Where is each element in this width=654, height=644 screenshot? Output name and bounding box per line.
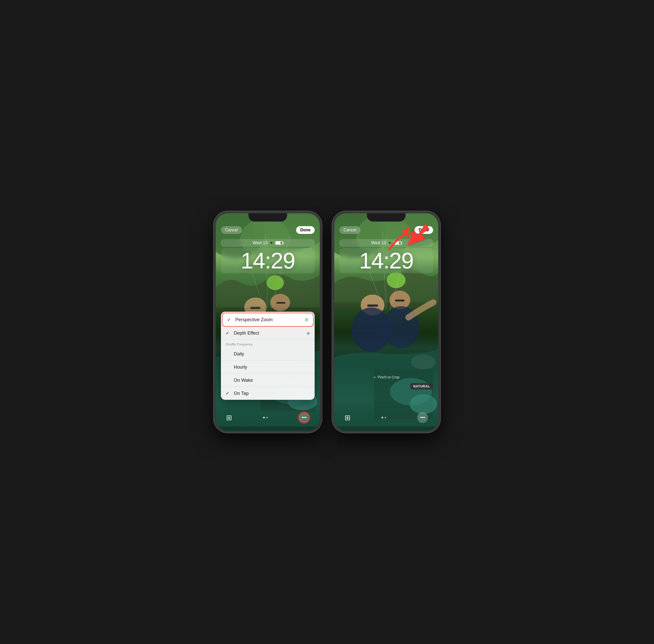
phone1-battery-bar: [275, 241, 283, 245]
phone2-natural-badge: NATURAL: [410, 383, 433, 390]
phone2-lock-screen-ui: Cancel Done Wed 13 ☀ 14:29: [334, 213, 438, 431]
phone1-grid-icon[interactable]: ⊞: [226, 413, 232, 422]
hourly-label: Hourly: [234, 365, 247, 370]
phone2-time-text: 14:29: [341, 249, 432, 272]
perspective-zoom-check: ✓: [227, 317, 232, 323]
phone2-battery-bar: [394, 241, 401, 245]
phones-container: Cancel Done Wed 13 ☀ 14:29: [214, 211, 440, 433]
power-button: [321, 254, 322, 270]
phone1-screen: Cancel Done Wed 13 ☀ 14:29: [216, 213, 320, 431]
perspective-zoom-label: Perspective Zoom: [235, 317, 273, 323]
phone2-date-text: Wed 13: [371, 240, 386, 246]
phone2-pinch-to-crop: ⊹ Pinch to Crop: [373, 375, 400, 379]
phone2-notch: [367, 213, 405, 222]
crop-icon: ⊹: [373, 375, 376, 379]
daily-label: Daily: [234, 351, 244, 357]
phone1-cancel-button[interactable]: Cancel: [221, 226, 242, 234]
on-tap-label: On Tap: [234, 391, 249, 396]
mute-switch: [214, 239, 214, 246]
phone2-grid-icon[interactable]: ⊞: [345, 413, 350, 422]
phone2-bottom-bar: ⊞ •••: [334, 408, 438, 431]
on-wake-label: On Wake: [234, 378, 253, 383]
phone2-mute-switch: [332, 239, 333, 246]
phone1-dots: [263, 417, 268, 418]
phone1-menu-daily[interactable]: ✓ Daily: [221, 347, 314, 361]
phone2-sun-icon: ☀: [388, 241, 392, 245]
phone1-menu-on-wake[interactable]: ✓ On Wake: [221, 374, 314, 387]
phone2-battery-fill: [394, 242, 399, 244]
phone1-bottom-bar: ⊞ •••: [216, 408, 320, 431]
vol-up-button: [214, 249, 214, 260]
phone2: Cancel Done Wed 13 ☀ 14:29: [332, 211, 440, 433]
vol-down-button: [214, 263, 214, 274]
phone2-wrapper: Cancel Done Wed 13 ☀ 14:29: [332, 211, 440, 433]
depth-effect-check: ✓: [226, 330, 231, 336]
phone1-done-button[interactable]: Done: [296, 226, 314, 234]
phone1-context-menu: ✓ Perspective Zoom ⊞ ✓ Depth Effect ◈ Sh…: [221, 312, 314, 400]
phone1-menu-hourly[interactable]: ✓ Hourly: [221, 361, 314, 374]
phone2-vol-down-button: [332, 263, 333, 274]
phone1-sun-icon: ☀: [270, 241, 273, 245]
phone2-power-button: [440, 254, 440, 270]
phone2-date-bar: Wed 13 ☀: [340, 239, 433, 247]
phone1-menu-shuffle-header: Shuffle Frequency: [221, 340, 314, 347]
phone1-time-text: 14:29: [222, 249, 313, 272]
phone1-time-display: 14:29: [221, 248, 314, 273]
phone2-dot-1: [381, 417, 383, 418]
depth-effect-icon: ◈: [306, 330, 310, 336]
on-tap-check: ✓: [226, 391, 231, 396]
phone2-time-display: 14:29: [340, 248, 433, 273]
phone1-date-bar: Wed 13 ☀: [221, 239, 314, 247]
phone2-cancel-button[interactable]: Cancel: [340, 226, 360, 234]
phone1-more-button[interactable]: •••: [299, 412, 309, 423]
phone2-dot-2: [385, 417, 386, 418]
phone1-menu-depth-effect[interactable]: ✓ Depth Effect ◈: [221, 327, 314, 340]
phone1: Cancel Done Wed 13 ☀ 14:29: [214, 211, 322, 433]
phone1-dot-2: [266, 417, 268, 418]
notch: [249, 213, 287, 222]
phone2-done-button[interactable]: Done: [415, 226, 433, 234]
phone1-menu-on-tap[interactable]: ✓ On Tap: [221, 387, 314, 400]
perspective-zoom-icon: ⊞: [305, 317, 308, 323]
phone1-battery-fill: [276, 242, 280, 244]
phone1-wrapper: Cancel Done Wed 13 ☀ 14:29: [214, 211, 322, 433]
phone2-screen: Cancel Done Wed 13 ☀ 14:29: [334, 213, 438, 431]
phone2-dots: [381, 417, 386, 418]
phone2-more-button[interactable]: •••: [417, 412, 428, 423]
phone2-vol-up-button: [332, 249, 333, 260]
phone1-date-text: Wed 13: [253, 240, 267, 246]
phone1-dot-1: [263, 417, 265, 418]
depth-effect-label: Depth Effect: [234, 330, 259, 336]
shuffle-header-label: Shuffle Frequency: [226, 342, 253, 346]
phone1-menu-perspective-zoom[interactable]: ✓ Perspective Zoom ⊞: [222, 313, 313, 327]
